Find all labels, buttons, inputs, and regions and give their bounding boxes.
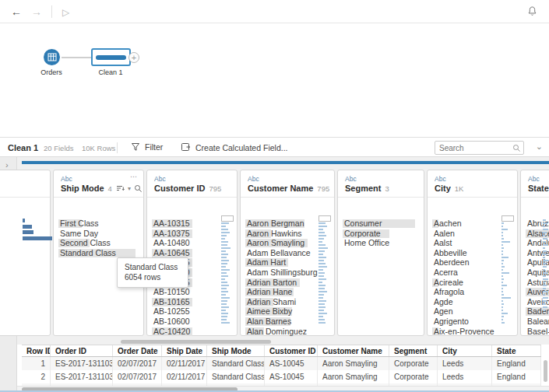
field-value[interactable]: Balearic Islands <box>524 317 549 327</box>
forward-button[interactable]: → <box>31 4 42 19</box>
field-card-partial[interactable] <box>0 170 51 336</box>
hist-bar <box>501 260 504 261</box>
field-card-city[interactable]: Abc City 1K AachenAalenAalstAbbevilleAbe… <box>427 170 518 336</box>
hist-bar <box>318 313 327 314</box>
hist-bar <box>501 254 503 255</box>
hist-viewport-indicator[interactable] <box>501 215 514 222</box>
hist-bar <box>318 229 323 230</box>
column-header[interactable]: Ship Date <box>162 345 207 356</box>
search-field-icon[interactable] <box>134 184 143 193</box>
flow-pane: + Orders Clean 1 <box>0 23 549 137</box>
profile-horizontal-scrollbar[interactable] <box>17 339 549 345</box>
hist-bar <box>318 244 326 246</box>
field-card-customer-name[interactable]: Abc Customer Name 795 Aaron BergmanAaron… <box>240 170 335 336</box>
field-card-segment[interactable]: Abc Segment 3 ConsumerCorporateHome Offi… <box>337 170 424 336</box>
field-value[interactable]: First Class <box>57 219 140 229</box>
hist-bar <box>221 297 230 299</box>
card-menu-icon[interactable]: ⋯ <box>130 173 137 180</box>
hist-bar <box>318 306 326 308</box>
field-value[interactable]: Aix-en-Provence <box>431 327 514 337</box>
expand-changes-icon[interactable]: › <box>5 160 9 170</box>
hist-bar <box>23 236 52 240</box>
chevron-down-icon[interactable]: ▾ <box>128 185 131 192</box>
table-icon <box>48 53 57 61</box>
back-button[interactable]: ← <box>11 4 22 19</box>
field-card-state[interactable]: Abc State AbruzziAlsaceAndalusiaAntwerpA… <box>520 170 549 336</box>
hist-bar <box>501 303 504 305</box>
flow-node-label: Orders <box>28 68 75 76</box>
hist-bar <box>543 254 547 255</box>
column-header[interactable]: Customer ID <box>265 345 318 356</box>
field-value[interactable]: Consumer <box>341 219 421 229</box>
hist-bar <box>221 310 226 311</box>
hist-bar <box>221 275 228 277</box>
run-flow-button[interactable]: ▷ <box>62 5 69 20</box>
collapse-profile-chevron-icon[interactable]: ⌄ <box>536 142 543 152</box>
hist-viewport-indicator[interactable] <box>221 215 234 222</box>
hist-bar <box>501 319 503 320</box>
scrollbar-thumb[interactable] <box>121 340 271 344</box>
flow-node-orders[interactable] <box>44 49 60 65</box>
notifications-bell-icon[interactable] <box>526 5 538 17</box>
field-value[interactable]: Alan Dominguez <box>244 327 331 337</box>
field-value[interactable]: Basel-Stadt <box>524 327 549 337</box>
hist-bar <box>221 285 229 286</box>
field-value[interactable]: AC-10420 <box>150 327 234 337</box>
filter-button[interactable]: Filter <box>131 142 163 152</box>
field-value[interactable]: Standard Class <box>57 248 140 258</box>
hist-viewport-indicator[interactable] <box>318 215 331 222</box>
field-value[interactable]: Home Office <box>341 238 421 248</box>
column-header[interactable]: State <box>492 345 541 356</box>
hist-bar <box>501 297 511 299</box>
table-cell: Leeds <box>438 357 492 370</box>
field-card-ship-mode[interactable]: Abc ⋯ Ship Mode 4 ▾ First ClassSame DayS… <box>53 170 144 336</box>
column-header[interactable]: Order Date <box>113 345 162 356</box>
hist-bar <box>318 285 326 286</box>
field-value[interactable]: Corporate <box>341 229 421 239</box>
column-header[interactable]: Segment <box>389 345 438 356</box>
hist-bar <box>501 316 504 317</box>
hist-bar <box>543 219 546 221</box>
hist-bar <box>543 285 547 286</box>
field-name: Customer ID <box>154 184 205 193</box>
column-header[interactable]: Ship Mode <box>207 345 265 356</box>
hist-bar <box>543 272 547 274</box>
table-cell: 02/07/2017 <box>113 370 162 383</box>
hist-bar <box>501 288 503 289</box>
table-cell: Corporate <box>389 370 438 383</box>
column-header[interactable]: Order ID <box>51 345 113 356</box>
sort-icon[interactable] <box>116 184 125 192</box>
field-card-customer-id[interactable]: Abc Customer ID 795 AA-10315AA-10375AA-1… <box>146 170 238 336</box>
field-value[interactable]: Second Class <box>57 238 140 248</box>
grid-header-row: Row IDOrder IDOrder DateShip DateShip Mo… <box>22 345 541 357</box>
field-type-label: Abc <box>435 175 446 183</box>
table-row[interactable]: 1ES-2017-131103802/07/201702/11/2017Stan… <box>22 357 541 370</box>
hist-bar <box>221 294 226 296</box>
hist-bar <box>318 232 325 233</box>
calculated-field-icon <box>181 142 191 152</box>
hist-bar <box>318 300 326 302</box>
hist-bar <box>543 238 547 240</box>
grid-vertical-scrollbar[interactable] <box>543 359 548 385</box>
hist-bar <box>543 288 546 289</box>
field-value[interactable]: Same Day <box>57 229 140 239</box>
flow-node-clean-1[interactable] <box>91 48 131 66</box>
table-cell: Standard Class <box>207 357 265 370</box>
column-header[interactable]: Row ID <box>22 345 51 356</box>
hist-bar <box>221 319 227 320</box>
add-step-button[interactable]: + <box>128 52 139 63</box>
field-type-label: Abc <box>154 175 166 183</box>
scrollbar-thumb[interactable] <box>544 360 547 382</box>
search-input[interactable] <box>439 142 509 153</box>
hist-bar <box>221 257 227 258</box>
create-calculated-field-button[interactable]: Create Calculated Field... <box>181 142 287 152</box>
column-header[interactable]: Customer Name <box>318 345 389 356</box>
column-header[interactable]: City <box>438 345 492 356</box>
hist-bar <box>501 275 503 277</box>
table-row[interactable]: 2ES-2017-131103802/07/201702/11/2017Stan… <box>22 370 541 383</box>
hist-bar <box>221 254 228 255</box>
hist-bar <box>221 306 229 308</box>
fields-count: 20 Fields <box>44 144 74 152</box>
hist-bar <box>221 303 227 305</box>
hist-bar <box>501 282 503 283</box>
